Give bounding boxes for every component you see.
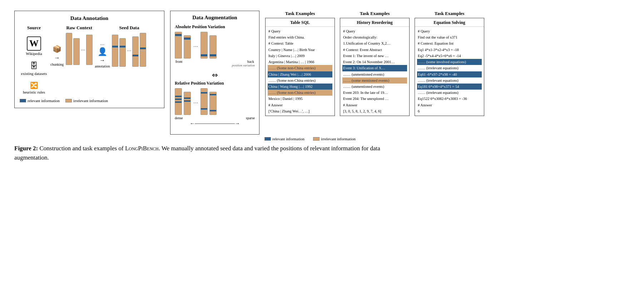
history-reordering-box: History Reordering # Query Order chronol… [340, 18, 410, 116]
table-sql-body: # Query Find entries with China. # Conte… [266, 27, 335, 116]
ts-row-7: China | Zhang Wei |…| 2006 [268, 71, 332, 77]
raw-rect-1 [66, 33, 72, 65]
rel-dots: … [193, 99, 199, 105]
seed-data-rects: … [112, 33, 146, 67]
hr-row-0: # Query [342, 28, 407, 34]
main-diagram: Data Annotation Source W Wikipedia [14, 11, 630, 135]
arrow-chunking: → [54, 55, 60, 61]
data-augmentation-title: Data Augmentation [175, 15, 255, 21]
source-datasets-label: existing datasets [21, 71, 47, 76]
source-heuristic: 🔀 heuristic rules [23, 81, 45, 94]
ts-row-0: # Query [268, 28, 332, 34]
middle-dots: … [100, 41, 104, 46]
stripe-3 [133, 55, 138, 56]
caption-text: Construction and task examples of [38, 145, 125, 152]
legend-irrelevant: irrelevant information [65, 99, 108, 103]
heuristic-icon: 🔀 [30, 81, 38, 89]
eq-row-4: Eq2 -5*x4-4*x5+6*x6 = -14 [417, 53, 482, 59]
hr-row-7: …… (unmentioned events) [342, 71, 407, 77]
source-col-label: Source [27, 25, 41, 31]
hr-row-3: # Context: Event Abstract [342, 47, 407, 53]
hr-row-12: # Answer [342, 102, 407, 108]
annotation-legend: relevant information irrelevant informat… [20, 99, 159, 103]
lr-arrow: ←————————→ [175, 121, 255, 126]
bottom-legend-relevant-color [264, 137, 271, 141]
stripe-2 [120, 46, 125, 47]
rel-stripe-2b [184, 100, 190, 102]
eq-row-10: …… (irrelevant equations) [417, 90, 482, 96]
relative-label: Relative Position Variation [175, 81, 255, 86]
double-arrow: ⇔ [175, 71, 255, 79]
equation-header: Equation Solving [415, 18, 484, 27]
ts-row-4: Italy | Ginevra |…| 2009 [268, 53, 332, 59]
task-examples-title-3: Task Examples [415, 11, 484, 16]
data-annotation-title: Data Annotation [20, 15, 159, 21]
data-annotation-section: Data Annotation Source W Wikipedia [14, 11, 164, 108]
relative-position-section: Relative Position Variation … [175, 81, 255, 126]
rel-stripe-1c [175, 101, 182, 103]
rel-stripe-4a [210, 94, 216, 95]
bottom-legend-irrelevant: irrelevant information [313, 137, 356, 141]
wiki-logo: W [27, 36, 41, 51]
rel-stripe-3a [201, 92, 207, 94]
arrow-annotation: → [99, 57, 105, 64]
ts-row-1: Find entries with China. [268, 34, 332, 40]
source-heuristic-label: heuristic rules [23, 90, 45, 94]
eq-row-12: # Answer [417, 102, 482, 108]
hr-row-11: Event 204: The unexplored … [342, 96, 407, 102]
hr-row-6: Event 3: Unification of X… [342, 65, 407, 71]
ts-row-3: Country | Name |…| Birth Year [268, 47, 332, 53]
seed-rect-2 [119, 38, 126, 67]
relative-rects-row: … [175, 88, 255, 115]
legend-irrelevant-color [65, 99, 72, 102]
seed-data-label: Seed Data [119, 25, 139, 31]
bottom-legend-relevant: relevant information [264, 137, 304, 141]
rel-stripe-2a [184, 97, 190, 99]
raw-dots: … [81, 46, 85, 52]
caption-brand: LongPiBench [125, 145, 159, 152]
seed-rect-4 [140, 33, 146, 67]
hr-row-4: Event 1: The invent of new … [342, 53, 407, 59]
annotation-label: annotation [95, 64, 110, 68]
hr-row-1: Order chronologically: [342, 34, 407, 40]
bottom-legend-relevant-label: relevant information [272, 137, 304, 141]
abs-labels: front back [175, 60, 255, 64]
raw-rect-2 [73, 38, 80, 65]
person-icon: 👤 [98, 47, 107, 56]
rel-stripe-1a [175, 96, 182, 97]
dense-label: dense [175, 116, 183, 120]
legend-relevant-label: relevant information [28, 99, 60, 103]
raw-context-label: Raw Context [66, 25, 92, 31]
legend-relevant: relevant information [20, 99, 60, 103]
rel-rect-1 [175, 88, 182, 115]
position-variation-label: position variation [175, 64, 255, 67]
stripe-1 [112, 46, 118, 47]
legend-irrelevant-label: irrelevant information [73, 99, 108, 103]
seed-rect-3 [132, 36, 139, 67]
eq-row-9: Eq181 6*x98+4*x371 = 54 [417, 84, 482, 90]
raw-context-rects: … [66, 33, 93, 65]
equation-body: # Query Find out the value of x371 # Con… [415, 27, 484, 116]
abs-rect-2 [184, 35, 191, 59]
ts-row-8: …… (Some non-China entries) [268, 77, 332, 84]
table-sql-header: Table SQL [266, 18, 335, 27]
source-wikipedia-label: Wikipedia [26, 51, 42, 56]
rel-rect-3 [200, 88, 208, 115]
chunk-icon: 📦 [53, 45, 61, 53]
eq-row-1: Find out the value of x371 [417, 34, 482, 40]
rel-labels: dense sparse [175, 116, 255, 120]
history-header: History Reordering [340, 18, 409, 27]
task-examples-title-2: Task Examples [340, 11, 410, 16]
table-sql-box: Table SQL # Query Find entries with Chin… [265, 18, 335, 116]
equation-solving-box: Equation Solving # Query Find out the va… [415, 18, 484, 116]
task-examples-group: Task Examples Table SQL # Query Find ent… [265, 11, 484, 116]
abs-dots: … [193, 42, 199, 48]
absolute-rects-row: … [175, 32, 255, 59]
legend-relevant-color [20, 99, 26, 102]
hr-row-9: …… (unmentioned events) [342, 84, 407, 90]
hr-row-5: Event 2: On 14 November 2001… [342, 59, 407, 65]
ts-row-13: ['China | Zhang Wei…', …] [268, 108, 332, 114]
raw-rect-3 [86, 35, 93, 65]
bottom-legend-irrelevant-label: irrelevant information [321, 137, 356, 141]
eq-row-11: Eq1522 6*x3082-6*x3083 = -36 [417, 96, 482, 102]
